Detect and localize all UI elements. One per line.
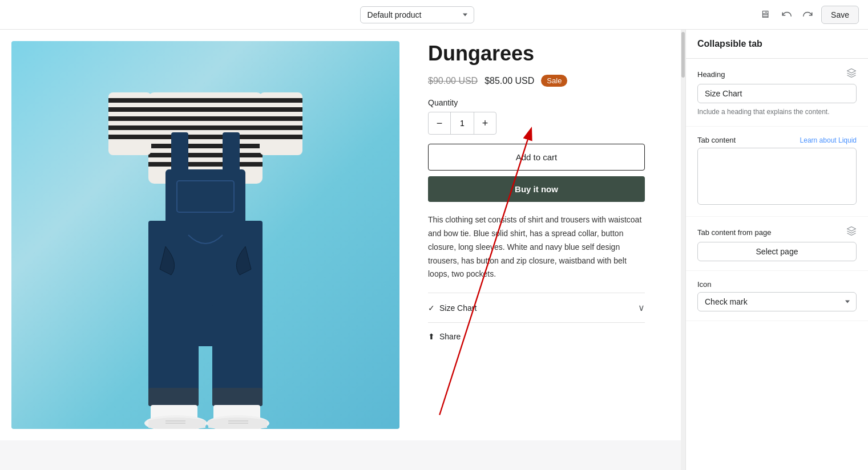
svg-rect-28 bbox=[148, 388, 199, 406]
icon-select[interactable]: Check markArrow rightPlusStarNone bbox=[697, 292, 857, 311]
heading-label-row: Heading bbox=[697, 68, 857, 80]
undo-button[interactable] bbox=[778, 6, 795, 23]
stack-icon bbox=[846, 68, 857, 80]
size-chart-label: Size Chart bbox=[439, 303, 477, 313]
quantity-decrease-button[interactable]: − bbox=[429, 112, 450, 134]
product-details: Dungarees $90.00 USD $85.00 USD Sale Qua… bbox=[411, 41, 656, 429]
preview-area: Dungarees $90.00 USD $85.00 USD Sale Qua… bbox=[0, 30, 681, 440]
preview-wrapper: Dungarees $90.00 USD $85.00 USD Sale Qua… bbox=[0, 30, 681, 470]
svg-rect-5 bbox=[148, 135, 263, 139]
icon-label: Icon bbox=[697, 280, 857, 289]
svg-rect-19 bbox=[260, 125, 302, 130]
heading-help-text: Include a heading that explains the cont… bbox=[697, 107, 857, 117]
share-row[interactable]: ⬆ Share bbox=[428, 322, 645, 350]
svg-rect-7 bbox=[148, 153, 263, 157]
redo-icon bbox=[803, 10, 813, 20]
panel-title: Collapsible tab bbox=[686, 30, 868, 59]
svg-rect-10 bbox=[108, 98, 151, 103]
svg-rect-11 bbox=[108, 107, 151, 112]
size-chart-collapsible[interactable]: ✓ Size Chart ∨ bbox=[428, 293, 645, 322]
monitor-icon: 🖥 bbox=[760, 9, 770, 21]
svg-rect-8 bbox=[148, 162, 263, 167]
svg-rect-3 bbox=[148, 116, 263, 121]
svg-rect-2 bbox=[148, 107, 263, 112]
scrollbar[interactable] bbox=[681, 30, 685, 470]
collapsible-left: ✓ Size Chart bbox=[428, 303, 477, 313]
learn-about-liquid-link[interactable]: Learn about Liquid bbox=[800, 136, 857, 144]
layers-icon-2 bbox=[846, 226, 857, 236]
svg-rect-1 bbox=[148, 98, 263, 103]
tab-content-from-page-section: Tab content from page Select page bbox=[686, 217, 868, 271]
product-figure-svg bbox=[91, 58, 320, 429]
share-icon: ⬆ bbox=[428, 332, 435, 341]
quantity-control: − 1 + bbox=[428, 112, 496, 135]
svg-rect-22 bbox=[171, 132, 188, 178]
product-select-wrapper: Default product bbox=[360, 6, 474, 23]
check-icon: ✓ bbox=[428, 303, 435, 313]
layers-icon bbox=[846, 68, 857, 78]
topbar-right: 🖥 Save bbox=[756, 5, 859, 24]
tab-from-page-stack-icon bbox=[846, 226, 857, 238]
sale-price: $85.00 USD bbox=[485, 76, 534, 86]
svg-rect-20 bbox=[260, 135, 302, 139]
heading-section: Heading Include a heading that explains … bbox=[686, 59, 868, 127]
tab-content-label: Tab content bbox=[697, 136, 736, 144]
buy-it-now-button[interactable]: Buy it now bbox=[428, 176, 645, 202]
tab-content-section: Tab content Learn about Liquid bbox=[686, 127, 868, 217]
svg-rect-6 bbox=[148, 144, 263, 148]
product-description: This clothing set consists of shirt and … bbox=[428, 213, 645, 281]
svg-rect-14 bbox=[108, 135, 151, 139]
svg-rect-16 bbox=[260, 98, 302, 103]
svg-rect-13 bbox=[108, 125, 151, 130]
scroll-thumb bbox=[681, 32, 685, 78]
icon-select-wrapper: Check markArrow rightPlusStarNone bbox=[697, 292, 857, 311]
product-image-section bbox=[11, 41, 411, 429]
add-to-cart-button[interactable]: Add to cart bbox=[428, 144, 645, 171]
product-preview: Dungarees $90.00 USD $85.00 USD Sale Qua… bbox=[0, 30, 681, 440]
svg-rect-29 bbox=[212, 388, 263, 406]
icon-section: Icon Check markArrow rightPlusStarNone bbox=[686, 271, 868, 321]
heading-label: Heading bbox=[697, 70, 725, 79]
quantity-value: 1 bbox=[450, 112, 474, 134]
product-title: Dungarees bbox=[428, 41, 645, 66]
save-button[interactable]: Save bbox=[821, 6, 859, 24]
right-panel: Collapsible tab Heading Include a headin… bbox=[685, 30, 868, 470]
tab-content-from-page-label-row: Tab content from page bbox=[697, 226, 857, 238]
product-select[interactable]: Default product bbox=[360, 6, 474, 23]
monitor-icon-button[interactable]: 🖥 bbox=[756, 5, 773, 24]
svg-rect-23 bbox=[223, 132, 240, 178]
select-page-button[interactable]: Select page bbox=[697, 242, 857, 261]
original-price: $90.00 USD bbox=[428, 76, 478, 86]
svg-rect-4 bbox=[148, 125, 263, 130]
svg-rect-18 bbox=[260, 116, 302, 121]
price-row: $90.00 USD $85.00 USD Sale bbox=[428, 75, 645, 87]
tab-content-textarea[interactable] bbox=[697, 148, 857, 205]
svg-rect-12 bbox=[108, 116, 151, 121]
heading-input[interactable] bbox=[697, 84, 857, 103]
chevron-down-icon: ∨ bbox=[638, 302, 645, 313]
undo-icon bbox=[781, 10, 792, 20]
tab-content-from-page-label: Tab content from page bbox=[697, 228, 771, 237]
sale-badge: Sale bbox=[541, 75, 567, 87]
topbar: Default product 🖥 Save bbox=[0, 0, 868, 30]
product-image bbox=[11, 41, 399, 429]
svg-rect-17 bbox=[260, 107, 302, 112]
redo-button[interactable] bbox=[800, 6, 817, 23]
topbar-center: Default product bbox=[360, 6, 474, 23]
main-content: Dungarees $90.00 USD $85.00 USD Sale Qua… bbox=[0, 30, 868, 470]
share-label: Share bbox=[439, 332, 461, 341]
tab-content-label-row: Tab content Learn about Liquid bbox=[697, 136, 857, 144]
quantity-label: Quantity bbox=[428, 98, 645, 107]
quantity-increase-button[interactable]: + bbox=[474, 112, 496, 134]
